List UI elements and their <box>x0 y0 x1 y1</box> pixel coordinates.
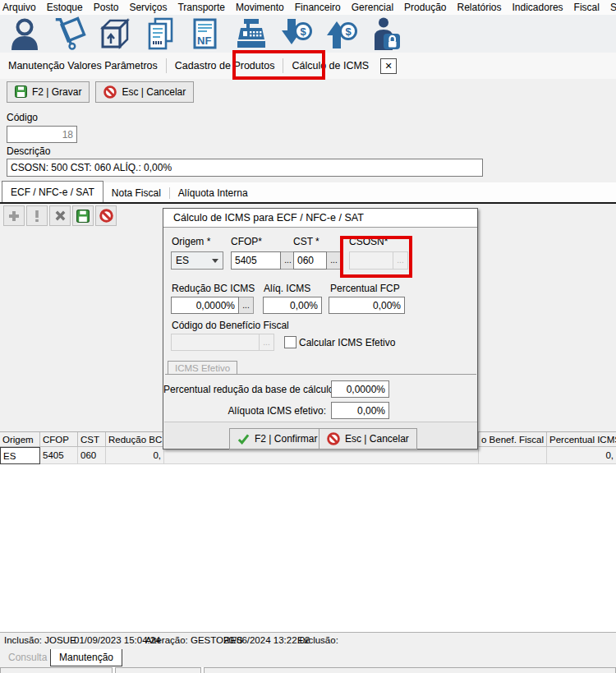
percentual-fcp-label: Percentual FCP <box>330 283 400 294</box>
cfop-field[interactable] <box>231 251 281 270</box>
mdi-tab-manutencao-valores[interactable]: Manutenção Valores Parâmetros <box>0 53 166 79</box>
col-origem[interactable]: Origem <box>0 432 40 447</box>
action-bar: F2 | Gravar Esc | Cancelar <box>0 79 616 105</box>
menu-servicos[interactable]: Serviços <box>129 2 167 13</box>
confirm-button[interactable]: F2 | Confirmar <box>229 428 325 449</box>
codigo-field[interactable] <box>7 126 77 143</box>
menu-fiscal[interactable]: Fiscal <box>574 2 600 13</box>
aliq-icms-label: Alíq. ICMS <box>264 283 310 294</box>
block-icon <box>327 432 340 445</box>
user-lock-icon[interactable] <box>368 16 404 51</box>
calcular-icms-efetivo-label: Calcular ICMS Efetivo <box>299 337 395 348</box>
close-tab-icon[interactable]: ✕ <box>380 58 397 74</box>
chevron-down-icon <box>212 259 218 263</box>
descricao-label: Descrição <box>7 145 50 157</box>
tab-ecf-nfce-sat[interactable]: ECF / NFC-e / SAT <box>2 181 103 202</box>
tab-consulta[interactable]: Consulta <box>8 652 47 663</box>
money-out-icon[interactable]: $ <box>323 16 359 51</box>
hand-truck-icon[interactable] <box>52 16 88 51</box>
menu-relatorios[interactable]: Relatórios <box>457 2 501 13</box>
cell-percentual-icms[interactable]: 0, <box>547 447 616 464</box>
save-button[interactable]: F2 | Gravar <box>7 81 90 103</box>
aliq-icms-field[interactable] <box>263 297 322 314</box>
tab-icms-efetivo[interactable]: ICMS Efetivo <box>168 361 237 375</box>
cell-cfop[interactable]: 5405 <box>40 447 78 464</box>
menu-arquivo[interactable]: Arquivo <box>2 2 36 13</box>
status-panel <box>115 667 201 673</box>
col-reducao-bc[interactable]: Redução BC I <box>106 432 164 447</box>
col-percentual-icms[interactable]: Percentual ICMS <box>547 432 616 447</box>
svg-text:$: $ <box>300 25 306 38</box>
cell-benef-fiscal[interactable] <box>479 447 547 464</box>
grid-cancel-button[interactable] <box>95 205 117 226</box>
menu-financeiro[interactable]: Financeiro <box>295 2 341 13</box>
tab-aliquota-interna[interactable]: Alíquota Interna <box>170 183 256 202</box>
aliquota-efetivo-field[interactable] <box>331 402 389 419</box>
cell-origem[interactable]: ES <box>0 447 40 464</box>
menu-bar: Arquivo Estoque Posto Serviços Transport… <box>0 0 616 15</box>
icms-dialog: Cálculo de ICMS para ECF / NFC-e / SAT O… <box>163 208 478 449</box>
nf-document-icon[interactable]: NF <box>187 16 223 51</box>
inclusao-status: Inclusão: JOSUE <box>4 635 76 645</box>
beneficio-label: Código do Benefício Fiscal <box>172 320 289 331</box>
beneficio-field[interactable] <box>171 334 260 351</box>
cst-label: CST * <box>293 236 319 247</box>
menu-producao[interactable]: Produção <box>404 2 446 13</box>
warning-button[interactable] <box>26 205 48 226</box>
bottom-tab-bar: Consulta Manutenção <box>0 649 616 667</box>
cancel-button[interactable]: Esc | Cancelar <box>95 81 194 103</box>
beneficio-group: ... <box>171 334 274 351</box>
block-icon <box>103 85 117 99</box>
tab-divider <box>165 374 476 375</box>
origem-label: Origem * <box>172 236 210 247</box>
cell-hidden <box>164 447 479 464</box>
menu-posto[interactable]: Posto <box>94 2 119 13</box>
record-form: Código Descrição <box>0 104 616 182</box>
confirm-button-label: F2 | Confirmar <box>255 433 317 445</box>
cfop-group: ... <box>231 251 296 270</box>
cst-field[interactable] <box>293 251 327 270</box>
cash-register-icon[interactable] <box>232 16 269 51</box>
svg-text:NF: NF <box>197 35 211 47</box>
documents-icon[interactable] <box>142 16 178 51</box>
tab-manutencao[interactable]: Manutenção <box>50 649 122 666</box>
col-benef-fiscal[interactable]: o Benef. Fiscal <box>479 432 547 447</box>
perc-reducao-base-field[interactable] <box>331 380 389 398</box>
package-icon[interactable] <box>97 16 133 51</box>
origem-select[interactable]: ES <box>171 251 223 270</box>
menu-seguranca[interactable]: Segur <box>610 2 616 13</box>
exclamation-icon <box>30 210 44 223</box>
cfop-label: CFOP* <box>231 236 262 247</box>
menu-indicadores[interactable]: Indicadores <box>513 2 563 13</box>
grid-save-button[interactable] <box>72 205 94 226</box>
tab-nota-fiscal[interactable]: Nota Fiscal <box>103 183 169 202</box>
reducao-lookup-button[interactable]: ... <box>239 297 254 314</box>
highlight-box-csosn <box>340 236 412 278</box>
grid-toolbar <box>3 205 117 226</box>
beneficio-lookup-button[interactable]: ... <box>260 334 274 351</box>
perc-reducao-base-label: Percentual redução da base de cálculo: <box>163 384 326 395</box>
col-cst[interactable]: CST <box>78 432 106 447</box>
reducao-bc-group: ... <box>171 297 254 314</box>
menu-movimento[interactable]: Movimento <box>236 2 284 13</box>
user-icon[interactable] <box>7 16 43 51</box>
bottom-status-panels <box>0 667 616 673</box>
cell-reducao-bc[interactable]: 0, <box>106 447 164 464</box>
delete-button[interactable] <box>49 205 71 226</box>
save-button-label: F2 | Gravar <box>32 86 81 98</box>
menu-estoque[interactable]: Estoque <box>47 2 83 13</box>
reducao-bc-field[interactable] <box>171 297 239 314</box>
dialog-cancel-button[interactable]: Esc | Cancelar <box>319 428 417 449</box>
add-button[interactable] <box>3 205 25 226</box>
menu-transporte[interactable]: Transporte <box>177 2 225 13</box>
descricao-field[interactable] <box>7 159 483 177</box>
floppy-icon <box>15 85 27 98</box>
money-in-icon[interactable]: $ <box>278 16 314 51</box>
cell-cst[interactable]: 060 <box>78 447 106 464</box>
calcular-icms-efetivo-checkbox[interactable] <box>284 336 297 348</box>
menu-gerencial[interactable]: Gerencial <box>352 2 393 13</box>
percentual-fcp-field[interactable] <box>329 297 405 314</box>
col-cfop[interactable]: CFOP <box>40 432 78 447</box>
table-row[interactable]: ES 5405 060 0, 0, <box>0 447 616 464</box>
aliquota-efetivo-label: Alíquota ICMS efetivo: <box>163 405 326 417</box>
